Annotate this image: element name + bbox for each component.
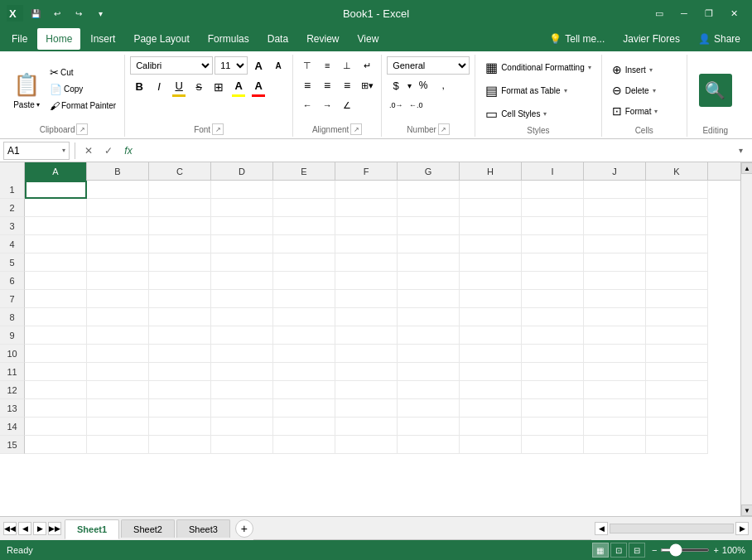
row-header-12[interactable]: 12	[0, 381, 25, 399]
cell-G6[interactable]	[398, 272, 460, 290]
select-all-btn[interactable]	[0, 162, 25, 181]
cell-K10[interactable]	[646, 345, 708, 363]
cell-I1[interactable]	[522, 181, 584, 199]
wrap-text-btn[interactable]: ↵	[358, 56, 376, 75]
cell-H9[interactable]	[460, 326, 522, 345]
cell-E6[interactable]	[273, 272, 335, 290]
cell-D14[interactable]	[211, 418, 273, 436]
cell-E2[interactable]	[273, 199, 335, 217]
decrease-decimal-btn[interactable]: ←.0	[407, 96, 425, 114]
cell-D13[interactable]	[211, 399, 273, 418]
cell-K7[interactable]	[646, 290, 708, 308]
copy-btn[interactable]: 📄Copy	[46, 82, 119, 97]
cell-D10[interactable]	[211, 345, 273, 363]
cell-D4[interactable]	[211, 235, 273, 253]
row-header-14[interactable]: 14	[0, 418, 25, 436]
cell-E14[interactable]	[273, 418, 335, 436]
cell-I2[interactable]	[522, 199, 584, 217]
cell-F8[interactable]	[335, 308, 398, 326]
cell-I3[interactable]	[522, 217, 584, 235]
cell-B9[interactable]	[87, 326, 149, 345]
col-header-F[interactable]: F	[335, 162, 398, 181]
cell-styles-btn[interactable]: ▭ Cell Styles ▾	[480, 103, 588, 124]
cell-C5[interactable]	[149, 253, 211, 272]
cell-H10[interactable]	[460, 345, 522, 363]
cell-C12[interactable]	[149, 381, 211, 399]
cell-B14[interactable]	[87, 418, 149, 436]
cell-G8[interactable]	[398, 308, 460, 326]
cell-D2[interactable]	[211, 199, 273, 217]
sheet-tab-sheet3[interactable]: Sheet3	[176, 519, 230, 538]
number-expand-btn[interactable]: ↗	[438, 123, 450, 135]
scroll-up-btn[interactable]: ▲	[741, 162, 752, 174]
col-header-B[interactable]: B	[87, 162, 149, 181]
cell-G10[interactable]	[398, 345, 460, 363]
cell-J10[interactable]	[584, 345, 646, 363]
cell-G14[interactable]	[398, 418, 460, 436]
clipboard-expand-btn[interactable]: ↗	[76, 123, 88, 135]
cell-D3[interactable]	[211, 217, 273, 235]
redo-quick-btn[interactable]: ↪	[70, 4, 88, 22]
v-scrollbar[interactable]: ▲ ▼	[740, 162, 752, 516]
col-header-E[interactable]: E	[273, 162, 335, 181]
highlight-btn[interactable]: A	[229, 76, 248, 94]
cell-F11[interactable]	[335, 363, 398, 381]
cell-J13[interactable]	[584, 399, 646, 418]
cell-E10[interactable]	[273, 345, 335, 363]
cell-F9[interactable]	[335, 326, 398, 345]
cell-H3[interactable]	[460, 217, 522, 235]
cell-K6[interactable]	[646, 272, 708, 290]
insert-function-btn[interactable]: fx	[120, 142, 137, 159]
restore-btn[interactable]: ❐	[697, 2, 721, 25]
currency-btn[interactable]: $	[387, 76, 405, 94]
cell-H5[interactable]	[460, 253, 522, 272]
row-header-15[interactable]: 15	[0, 436, 25, 454]
cell-C13[interactable]	[149, 399, 211, 418]
cell-H8[interactable]	[460, 308, 522, 326]
cell-B13[interactable]	[87, 399, 149, 418]
cell-J12[interactable]	[584, 381, 646, 399]
col-header-K[interactable]: K	[646, 162, 708, 181]
cell-I5[interactable]	[522, 253, 584, 272]
cell-E13[interactable]	[273, 399, 335, 418]
cell-K12[interactable]	[646, 381, 708, 399]
cell-H13[interactable]	[460, 399, 522, 418]
col-header-G[interactable]: G	[398, 162, 460, 181]
cell-K1[interactable]	[646, 181, 708, 199]
font-size-select[interactable]: 11	[215, 56, 248, 75]
undo-quick-btn[interactable]: ↩	[48, 4, 66, 22]
cell-J4[interactable]	[584, 235, 646, 253]
menu-user[interactable]: Javier Flores	[615, 28, 688, 50]
cell-D9[interactable]	[211, 326, 273, 345]
cell-D11[interactable]	[211, 363, 273, 381]
orientation-btn[interactable]: ∠	[338, 96, 356, 114]
cell-F6[interactable]	[335, 272, 398, 290]
cell-F3[interactable]	[335, 217, 398, 235]
menu-file[interactable]: File	[3, 28, 36, 50]
cell-B1[interactable]	[87, 181, 149, 199]
cell-F4[interactable]	[335, 235, 398, 253]
cell-A14[interactable]	[25, 418, 87, 436]
formula-confirm-btn[interactable]: ✓	[100, 142, 117, 159]
cell-E15[interactable]	[273, 436, 335, 454]
zoom-minus-btn[interactable]: −	[652, 545, 657, 555]
cell-ref-box[interactable]: A1 ▾	[3, 142, 70, 160]
cell-K8[interactable]	[646, 308, 708, 326]
cell-D5[interactable]	[211, 253, 273, 272]
cell-J7[interactable]	[584, 290, 646, 308]
save-quick-btn[interactable]: 💾	[27, 4, 45, 22]
decrease-font-btn[interactable]: A	[269, 56, 287, 75]
cell-A5[interactable]	[25, 253, 87, 272]
cell-F15[interactable]	[335, 436, 398, 454]
cell-I8[interactable]	[522, 308, 584, 326]
format-as-table-btn[interactable]: ▤ Format as Table ▾	[480, 80, 588, 101]
row-header-6[interactable]: 6	[0, 272, 25, 290]
cell-E5[interactable]	[273, 253, 335, 272]
cell-I14[interactable]	[522, 418, 584, 436]
font-color-btn[interactable]: A	[249, 76, 268, 94]
cell-E7[interactable]	[273, 290, 335, 308]
row-header-8[interactable]: 8	[0, 308, 25, 326]
bottom-align-btn[interactable]: ⊥	[338, 56, 356, 75]
cell-B4[interactable]	[87, 235, 149, 253]
cell-I4[interactable]	[522, 235, 584, 253]
